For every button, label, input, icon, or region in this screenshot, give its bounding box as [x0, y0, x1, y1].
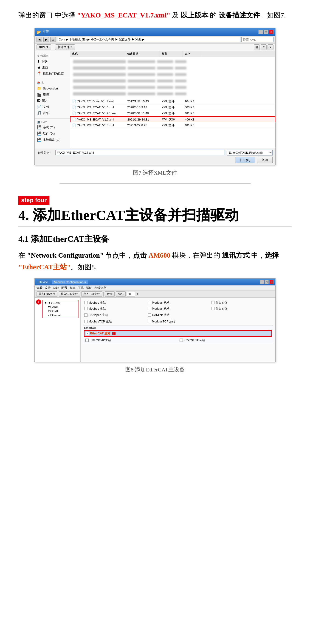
menu-item-config[interactable]: 配置	[61, 286, 67, 290]
nc-minimize-btn[interactable]: ─	[260, 280, 264, 284]
zoom-input[interactable]	[127, 292, 135, 296]
dialog-minimize-btn[interactable]: ─	[258, 30, 263, 34]
table-row[interactable]: 📄 YAKO_MS_ECAT_V1.5.xml 2020/4/10 9:18 X…	[70, 104, 275, 110]
menu-item-script[interactable]: 脚本	[70, 286, 76, 290]
open-button[interactable]: 打开(O)	[235, 157, 255, 163]
comm-modbustcp-master[interactable]: ModbusTCP 主站	[83, 319, 146, 324]
tree-item-com0[interactable]: ▼ ▼YCOM0	[43, 301, 78, 305]
new-folder-button[interactable]: 新建文件夹	[55, 44, 75, 50]
library-label: 库	[41, 81, 44, 85]
comm-ethernetip-slave[interactable]: EtherNet/IP从站	[178, 338, 272, 343]
nc-maximize-btn[interactable]: □	[265, 280, 269, 284]
dialog-close-btn[interactable]: ✕	[269, 30, 274, 34]
zoom-in-btn[interactable]: 放大	[105, 292, 115, 297]
sidebar-item-desktop[interactable]: 🖥 桌面	[35, 64, 70, 70]
import-gsd-btn[interactable]: 导入GSD文件	[59, 292, 80, 297]
sidebar-item-pictures[interactable]: 🖼 图片	[35, 98, 70, 104]
comm-ethercat-master[interactable]: EtherCAT 主站 2	[84, 330, 272, 337]
cancel-button[interactable]: 取消	[257, 157, 273, 163]
comm-free-proto[interactable]: 自由协议	[210, 300, 273, 306]
filetype-select[interactable]: EtherCAT XML File(*.xml)	[227, 150, 273, 156]
view-toggle-btn[interactable]: ⊞	[254, 44, 260, 50]
nc-close-btn[interactable]: ✕	[269, 280, 274, 284]
tree-indent-com1: ▼COM1	[46, 309, 78, 313]
forward-button[interactable]: ▶	[43, 37, 49, 42]
step-label: step four	[18, 189, 292, 206]
section-title: 4. 添加EtherCAT主设备并扫描驱动	[18, 206, 292, 224]
checkbox-free-proto[interactable]	[211, 301, 214, 304]
menu-item-view[interactable]: 查看	[36, 286, 42, 290]
subversion-icon: 📁	[37, 86, 42, 90]
comm-modbustcp-slave[interactable]: ModbusTCP 从站	[147, 319, 210, 324]
blur-size-4	[175, 80, 186, 82]
sidebar-item-docs[interactable]: 📄 文档	[35, 104, 70, 110]
comm-modbus-slave2[interactable]: Modbus 从站	[147, 306, 210, 312]
import-eds-btn[interactable]: 导入EDS文件	[36, 292, 57, 297]
dialog-maximize-btn[interactable]: □	[264, 30, 268, 34]
sidebar-item-cdrive[interactable]: 💾 系统 (C:)	[35, 124, 70, 130]
checkbox-modbus-slave2[interactable]	[148, 307, 151, 310]
import-ect-btn[interactable]: 导入ECT文件	[81, 292, 102, 297]
help-btn[interactable]: ?	[268, 44, 274, 50]
checkbox-ethernetip-slave[interactable]	[179, 338, 183, 342]
menu-item-online[interactable]: 在线信息	[94, 286, 106, 290]
file-size-1: 503 KB	[183, 105, 201, 110]
comm-modbus-slave[interactable]: Modbus 从站	[147, 300, 210, 306]
comm-canlink-slave[interactable]: CANlink 从站	[147, 312, 210, 318]
menu-item-tools[interactable]: 工具	[78, 286, 84, 290]
checkbox-modbustcp-slave[interactable]	[148, 320, 151, 323]
dialog-titlebar: 📂 打开 ─ □ ✕	[35, 28, 275, 36]
menu-item-function[interactable]: 功能	[53, 286, 59, 290]
address-path-input[interactable]	[57, 37, 240, 42]
docs-label: 文档	[43, 105, 49, 109]
checkbox-ethernetip-master[interactable]	[85, 338, 89, 342]
sidebar-item-subversion[interactable]: 📁 Subversion	[35, 85, 70, 92]
table-row[interactable]: 📄 YAKO_EC_Drive_V1_1.xml 2017/11/8 15:43…	[70, 98, 275, 104]
file-name-text-4: YAKO_MS_ECAT_V1.8.xml	[77, 124, 114, 127]
back-button[interactable]: ◀	[36, 37, 42, 42]
sidebar-favorites: ★ 收藏夹 ⬇ 下载 🖥 桌面 📍 最近访问的位置	[35, 53, 70, 76]
label-modbus-master2: Modbus 主站	[88, 306, 106, 311]
comm-canopen-master[interactable]: CANopen 主站	[83, 312, 146, 318]
up-button[interactable]: ▲	[50, 37, 56, 42]
checkbox-modbustcp-master[interactable]	[84, 320, 88, 323]
comm-modbus-master2[interactable]: Modbus 主站	[83, 306, 146, 312]
details-btn[interactable]: ≡	[261, 44, 267, 50]
blurred-row-6	[70, 90, 275, 97]
netconfig-tab-device[interactable]: Device	[36, 280, 50, 284]
table-row[interactable]: 📄 YAKO_MS_ECAT_V1.8.xml 2021/1/29 8:25 X…	[70, 122, 275, 128]
blurred-row-3	[70, 71, 275, 78]
checkbox-modbus-master[interactable]	[84, 301, 88, 304]
blur-date-3	[128, 73, 155, 76]
sidebar-item-recent[interactable]: 📍 最近访问的位置	[35, 70, 70, 76]
comm-ethernetip-master[interactable]: EtherNet/IP主站	[84, 338, 178, 343]
checkbox-modbus-master2[interactable]	[84, 307, 88, 310]
sidebar-item-download[interactable]: ⬇ 下载	[35, 58, 70, 64]
checkbox-canlink-slave[interactable]	[148, 314, 151, 317]
sidebar-item-edrive[interactable]: 💾 本地磁盘 (E:)	[35, 136, 70, 143]
tree-item-can0[interactable]: ▼CAN0	[46, 305, 78, 309]
sidebar-item-ddrive[interactable]: 💾 软件 (D:)	[35, 130, 70, 136]
comm-free-proto2[interactable]: 自由协议	[210, 306, 273, 312]
search-input[interactable]	[241, 37, 274, 42]
filename-input[interactable]	[55, 150, 225, 155]
table-row[interactable]: 📄 YAKO_MS_ECAT_V1.7.1.xml 2020/8/31 11:4…	[70, 110, 275, 116]
checkbox-ethercat-master[interactable]	[86, 332, 89, 335]
comm-modbus-master[interactable]: Modbus 主站	[83, 300, 146, 306]
label-ethercat-master: EtherCAT 主站	[90, 332, 111, 336]
menu-item-help[interactable]: 帮助	[86, 286, 92, 290]
table-row-selected[interactable]: 📄 YAKO_MS_ECAT_V1.7.xml 2021/1/29 14:31 …	[70, 116, 275, 122]
sidebar-item-video[interactable]: 🎬 视频	[35, 92, 70, 98]
tree-item-ethernet[interactable]: ▼Ethernet	[46, 313, 78, 318]
blur-size-2	[175, 67, 186, 70]
organize-button[interactable]: 组织 ▼	[36, 44, 51, 50]
checkbox-modbus-slave[interactable]	[148, 301, 151, 304]
sidebar-item-music[interactable]: 🎵 音乐	[35, 110, 70, 116]
menu-item-monitor[interactable]: 监控	[45, 286, 51, 290]
dialog-title: 打开	[42, 30, 258, 34]
checkbox-canopen-master[interactable]	[84, 314, 88, 317]
tree-item-com1[interactable]: ▼COM1	[46, 309, 78, 313]
zoom-out-btn[interactable]: 缩小	[116, 292, 126, 297]
checkbox-free-proto2[interactable]	[211, 307, 214, 310]
netconfig-tab-active[interactable]: Network Configuration ×	[52, 280, 88, 284]
